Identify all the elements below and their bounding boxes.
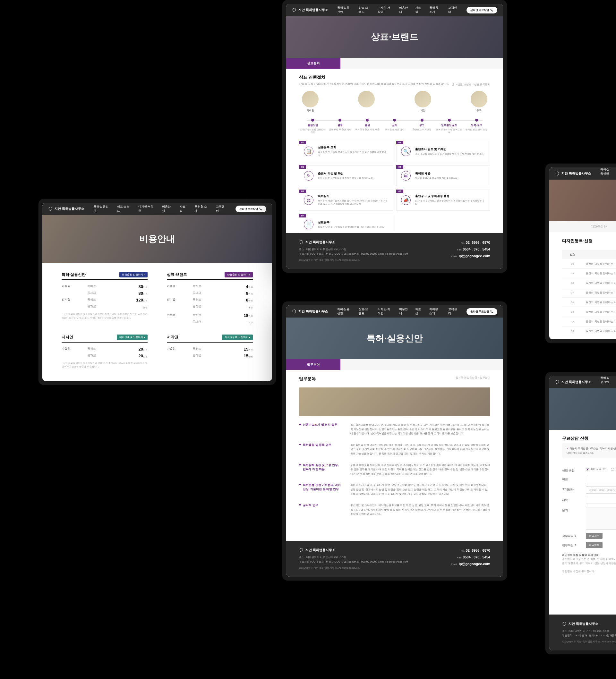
consult-type-radio[interactable]: 특허·실용신안 [586,467,606,471]
footer: 지안 특허법률사무소 주소 : 대전광역시 서구 둔산로 OO, OO층대표전화… [549,615,616,650]
nav-item[interactable]: 고객센터 [448,6,457,14]
nav-item[interactable]: 특허청 소개 [429,6,441,14]
nav-item[interactable]: 특허·실용신안 [600,376,611,388]
title-input[interactable] [586,497,616,504]
table-row[interactable]: 07물건의 외형을 판매하는 디자인aaa [562,288,616,298]
nav-item[interactable]: 상표·브랜드 [359,307,371,316]
file2-button[interactable]: 파일첨부 [586,542,603,548]
process-card: 07📄상표등록등록료 납부 후 상표등록증이 발급되며 10년간 권리가 유지됩… [299,214,393,233]
nav-links: 특허·실용신안상표·브랜드디자인·저작권비용안내자료실특허청 소개고객센터 [337,6,458,14]
table-row[interactable]: 09물건의 외형을 판매하는 디자인aaa [562,269,616,279]
brand-logo[interactable]: 지안 특허법률사무소 [555,380,591,384]
nav-links: 특허·실용신안상표·브랜드디자인·저작권비용안내자료실특허청 소개고객센터 [337,307,458,316]
navbar: 지안 특허법률사무소 특허·실용신안상표·브랜드디자인·저작권비용안내자료실특허… [286,305,503,318]
card-icon: 📣 [401,195,411,205]
process-step: 심사특허청 심사관 심사 [381,119,408,134]
brand-tabs: 상표절차 [286,58,503,69]
navbar: 지안 특허법률사무소 특허·실용신안상표·브랜드디자인·저작권비용안내자료실특허… [549,376,616,388]
table-row[interactable]: 06물건의 외형을 판매하는 디자인aaa [562,298,616,307]
nav-item[interactable]: 자료실 [415,6,422,14]
nav-item[interactable]: 특허·실용신안 [337,307,351,316]
service-row: 특허분쟁 관련 거치협의, 라이선싱, 기술이전 등 다양 업무특허 라이선스 … [299,483,490,496]
nav-item[interactable]: 비용안내 [399,6,408,14]
nav-item[interactable]: 비용안내 [162,205,173,213]
patent-tabs: 업무분야 [286,359,503,370]
table-row[interactable]: 10물건의 외형을 판매하는 디자인aaa [562,259,616,269]
flow-person: 의뢰인 [299,91,321,112]
phone-input[interactable]: 예)010 - 0000 - 0000 숫자만 입력해주세요 [586,486,616,494]
card-icon: 🏛 [401,171,411,181]
cost-block: 저작권저작권등록 신청하기 ▸가출원특허료15만원공과금15만원 [167,334,253,368]
card-icon: ✎ [304,171,313,181]
hero-consult: 무료상담 [549,388,616,430]
footer: 지안 특허법률사무소 주소 : 대전광역시 서구 둔산로 OO, OO층대표전화… [286,233,503,269]
process-card: 03✎출원서 작성 및 확인지정상품 및 상표견본을 확정하고 출원서를 작성합… [299,165,393,186]
nav-item[interactable]: 자료실 [180,205,188,213]
nav-item[interactable]: 특허·실용신안 [93,205,110,213]
cost-apply-button[interactable]: 저작권등록 신청하기 ▸ [222,334,253,340]
service-row: 특허침해 심판 및 소송 업무, 감독에 대한 자문등록된 특허권이 침해당한 … [299,463,490,476]
cost-apply-button[interactable]: 상표출원 신청하기 ▸ [224,272,253,278]
hero-design: 디자인·저작권 [549,180,616,221]
nav-item[interactable]: 디자인·저작권 [138,205,155,213]
name-input[interactable] [586,476,616,483]
brand-logo[interactable]: 지안 특허법률사무소 [292,309,328,314]
nav-item[interactable]: 특허·실용신안 [600,167,611,180]
hero-cost: 비용안내 [42,215,272,263]
brand-sec-sub: 상표 등 지식 산업의 시작 단계 출원부터 등록에 이르기까지 본소에 의뢰상… [299,82,449,86]
nav-item[interactable]: 특허청 소개 [429,307,441,316]
nav-item[interactable]: 고객센터 [216,205,226,213]
design-table: 번호 제목 등록 10물건의 외형을 판매하는 디자인aaa09물건의 외형을 … [562,250,616,336]
tab-patent-scope[interactable]: 업무분야 [286,359,340,370]
process-card: 04🏛특허청 제출작성된 출원서를 특허청에 전자출원합니다. [396,165,490,186]
consult-sec-title: 무료상담 신청 [562,435,588,441]
nav-item[interactable]: 상표·브랜드 [359,6,371,14]
cost-apply-button[interactable]: 특허출원 신청하기 ▸ [119,272,148,278]
table-row[interactable]: 08물건의 외형을 판매하는 디자인aaa [562,279,616,288]
nav-links: 특허·실용신안상표·브랜드디자인·저작권비용안내자료실특허청 소개고객센터 [93,205,226,213]
process-card: 02🔍출원조사 검토 및 가제안조사 결과를 바탕으로 등록 가능성을 높이기 … [396,141,490,162]
tab-design-intro[interactable]: 디자인이란 [549,221,616,232]
flow-person: 등록 [468,91,490,112]
call-button[interactable]: 온라인 무료상담 📞 [466,308,497,315]
brand-logo[interactable]: 지안 특허법률사무소 [48,206,84,211]
file1-button[interactable]: 파일첨부 [586,533,603,539]
cost-block: 상표·브랜드상표출원 신청하기 ▸가출원특허료4만원공과금8만원진기출특허료8만… [167,272,253,326]
tab-brand-process[interactable]: 상표절차 [286,58,340,69]
nav-links: 특허·실용신안상표·브랜드디자인·저작권비용안내자료실특허청 소개고객센터 [600,376,616,388]
footer: 지안 특허법률사무소 주소 : 대전광역시 서구 둔산로 OO, OO층대표전화… [286,541,503,577]
nav-item[interactable]: 디자인·저작권 [378,6,392,14]
nav-item[interactable]: 특허·실용신안 [337,6,351,14]
service-row: 특허출원 및 등록 업무특허출원을 위한 명세서 작성부터 특허청 제출, 심사… [299,443,490,456]
nav-item[interactable]: 자료실 [415,307,422,316]
table-row[interactable]: 03물건의 외형을 판매하는 디자인aaa [562,326,616,336]
process-step: 등록결정·설정등록결정서 수령 등록료 납부 [436,119,463,134]
hero-brand: 상표·브랜드 [286,16,503,58]
call-button[interactable]: 온라인 무료상담 📞 [236,205,266,212]
breadcrumb: 홈 > 특허·실용신안 > 업무분야 [456,376,490,384]
nav-item[interactable]: 고객센터 [448,307,457,316]
nav-item[interactable]: 상표·브랜드 [117,205,131,213]
card-icon: 📄 [304,220,313,229]
body-textarea[interactable] [586,507,616,529]
call-button[interactable]: 온라인 무료상담 📞 [466,7,497,13]
patent-sec-title: 업무분야 [299,376,316,382]
flow-person [355,91,378,109]
cost-block: 디자인디자인출원 신청하기 ▸가출원특허료20만원공과금20만원* 상기 비용은… [62,334,148,368]
cost-apply-button[interactable]: 디자인출원 신청하기 ▸ [117,334,148,340]
navbar: 지안 특허법률사무소 특허·실용신안상표·브랜드디자인·저작권비용안내자료실특허… [286,4,503,16]
hero-patent: 특허·실용신안 [286,318,503,359]
table-row[interactable]: 04물건의 외형을 판매하는 디자인aaa [562,317,616,326]
nav-item[interactable]: 비용안내 [399,307,408,316]
nav-item[interactable]: 디자인·저작권 [378,307,392,316]
brand-logo[interactable]: 지안 특허법률사무소 [292,8,328,12]
process-step: 결정상표 결정 후 출원 의뢰 [326,119,353,134]
consult-form: 상담 유형특허·실용신안상표·브랜드디자인·저작권 이름 휴대전화예)010 -… [562,464,616,590]
nav-item[interactable]: 특허청 소개 [195,205,209,213]
service-row: 공익적 업무중소기업 및 스타트업의 지식재산권 확보를 위한 무료 상담, 발… [299,503,490,516]
cost-content: 특허·실용신안특허출원 신청하기 ▸가출원특허료80만원공과금80만원진기출특허… [42,263,272,381]
brand-logo[interactable]: 지안 특허법률사무소 [555,171,591,176]
table-row[interactable]: 05물건의 외형을 판매하는 디자인aaa [562,307,616,317]
process-step: 출원상담온라인·유선상담 상표선택 검토 [299,119,326,134]
consult-type-radio[interactable]: 상표·브랜드 [611,467,616,471]
